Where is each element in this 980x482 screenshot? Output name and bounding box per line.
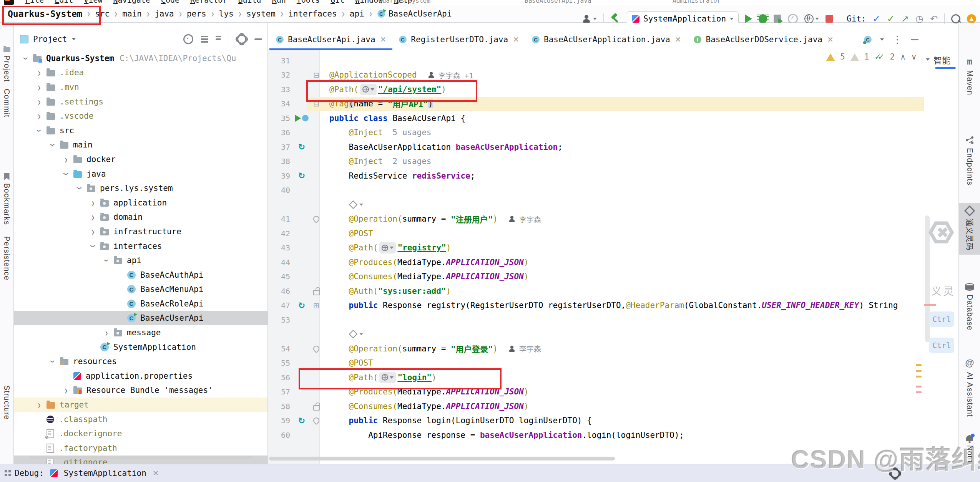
chevron-down-icon[interactable]: ›	[35, 126, 43, 135]
code-line[interactable]: 45 @Consumes(MediaType.APPLICATION_JSON)	[268, 270, 924, 284]
right-rail-item-ai-assistant[interactable]: @AI Assistant	[959, 354, 980, 421]
ide-update-icon[interactable]: ▲	[967, 14, 976, 23]
scroll-to-class-icon[interactable]: C	[864, 36, 872, 43]
git-history-button[interactable]: ◷	[915, 14, 924, 23]
menu-edit[interactable]: Edit	[55, 0, 73, 5]
path-inlay-hint[interactable]	[379, 242, 396, 253]
fold-expand-icon[interactable]: ⊞	[313, 301, 319, 310]
chevron-right-icon[interactable]: ›	[102, 328, 111, 337]
hide-panel-icon[interactable]	[254, 38, 262, 40]
right-rail-item-database[interactable]: Database	[959, 279, 980, 335]
git-push-button[interactable]: ↗	[901, 14, 909, 23]
breadcrumb-lys[interactable]: lys	[217, 8, 236, 19]
code-line[interactable]: 44 @Produces(MediaType.APPLICATION_JSON)	[268, 255, 924, 270]
tree-item-message[interactable]: ›message	[14, 325, 267, 340]
tab-baseacuserapplication-java[interactable]: CBaseAcUserApplication.java✕	[525, 29, 688, 50]
tree-item-settings[interactable]: ›.settings	[14, 94, 267, 109]
tree-item-target[interactable]: ›target	[14, 398, 267, 412]
search-everywhere-button[interactable]	[951, 14, 960, 23]
close-icon[interactable]: ✕	[513, 35, 519, 44]
right-rail-item-endpoints[interactable]: Endpoints	[959, 133, 980, 189]
tree-item-systemapplication[interactable]: CSystemApplication	[14, 340, 267, 354]
project-panel-title[interactable]: Project	[33, 35, 67, 44]
run-gutter-icon[interactable]	[295, 115, 301, 122]
git-commit-button[interactable]: ✓	[887, 14, 895, 23]
kebab-menu-icon[interactable]: ⋮	[892, 34, 902, 45]
gear-icon[interactable]	[237, 34, 247, 44]
more-run-options-button[interactable]	[804, 14, 819, 23]
git-rollback-button[interactable]: ↶	[930, 14, 938, 23]
code-line[interactable]: 38 @Inject 2 usages	[268, 154, 924, 169]
right-rail-item-maven[interactable]: mMaven	[959, 53, 980, 99]
tree-horizontal-scrollbar[interactable]	[29, 456, 252, 459]
code-line[interactable]: 47↻⊞ public Response registry(RegisterUs…	[268, 298, 924, 313]
tree-item-dockerignore[interactable]: .dockerignore	[14, 426, 267, 441]
code-line[interactable]: 39↻ RedisService redisService;	[268, 169, 924, 183]
chevron-down-icon[interactable]: ›	[48, 357, 57, 366]
breadcrumb-api[interactable]: api	[347, 8, 367, 19]
left-rail-item-bookmarks[interactable]: Bookmarks	[0, 173, 13, 225]
chevron-down-icon[interactable]	[359, 204, 363, 206]
code-line[interactable]: 46 @Auth("sys:user:add")	[268, 284, 924, 298]
breadcrumb-main[interactable]: main	[120, 8, 144, 19]
stop-button[interactable]	[826, 15, 833, 23]
chevron-down-icon[interactable]	[880, 38, 884, 41]
tab-registeruserdto-java[interactable]: CRegisterUserDTO.java✕	[392, 29, 525, 50]
code-line[interactable]: 37↻ BaseAcUserApplication baseAcUserAppl…	[268, 140, 924, 154]
tab-baseacuserdoservice-java[interactable]: IBaseAcUserDOService.java✕	[687, 29, 839, 50]
expand-all-icon[interactable]	[201, 38, 208, 40]
menu-build[interactable]: Build	[238, 0, 261, 5]
code-line[interactable]: 31	[268, 53, 924, 68]
code-line[interactable]: 36 @Inject 5 usages	[268, 126, 924, 140]
debug-button[interactable]	[759, 14, 767, 23]
code-line[interactable]: 40	[268, 183, 924, 198]
next-problem-icon[interactable]: ∨	[911, 52, 917, 61]
chevron-down-icon[interactable]: ›	[22, 54, 30, 63]
tree-item-java[interactable]: ›java	[14, 167, 267, 181]
code-line[interactable]: 35public class BaseAcUserApi {	[268, 111, 924, 126]
chevron-down-icon[interactable]: ›	[62, 169, 70, 179]
tree-item-baseacuserapi[interactable]: CBaseAcUserApi	[14, 311, 267, 326]
chevron-down-icon[interactable]: ›	[48, 140, 57, 149]
close-icon[interactable]: ✕	[827, 35, 834, 44]
close-icon[interactable]: ✕	[675, 35, 681, 44]
breadcrumb-pers[interactable]: pers	[184, 8, 209, 19]
chevron-down-icon[interactable]	[359, 333, 363, 335]
left-rail-item-commit[interactable]: Commit	[0, 89, 13, 118]
chevron-right-icon[interactable]: ›	[35, 83, 43, 92]
chevron-right-icon[interactable]: ›	[35, 68, 43, 77]
menu-run[interactable]: Run	[272, 0, 286, 5]
code-editor[interactable]: 3132⊟@ApplicationScoped李宇森 +133@Path("/a…	[268, 50, 924, 464]
run-button[interactable]	[745, 15, 752, 23]
tree-item-infrastructure[interactable]: ›infrastructure	[14, 224, 267, 239]
tree-item-classpath[interactable]: .classpath	[14, 412, 267, 427]
tree-item-src[interactable]: ›src	[14, 123, 267, 138]
code-line[interactable]: 43 @Path("registry")	[268, 241, 924, 255]
menu-view[interactable]: View	[84, 0, 102, 5]
editor-horizontal-scrollbar[interactable]	[269, 457, 615, 460]
menu-git[interactable]: Git	[331, 0, 344, 5]
chevron-right-icon[interactable]: ›	[89, 212, 97, 222]
run-with-coverage-button[interactable]	[774, 15, 781, 23]
code-line[interactable]: 53	[268, 313, 924, 327]
tab-baseacuserapi-java[interactable]: CBaseAcUserApi.java✕	[269, 29, 392, 50]
left-rail-item-project[interactable]: Project	[0, 47, 13, 82]
fold-collapse-icon[interactable]: ⊟	[313, 71, 319, 79]
menu-file[interactable]: File	[25, 0, 44, 5]
class-marker-icon[interactable]	[302, 115, 309, 121]
chevron-right-icon[interactable]: ›	[35, 400, 43, 409]
injection-point-icon[interactable]: ↻	[298, 171, 305, 181]
breadcrumb-system[interactable]: system	[244, 8, 278, 19]
tree-item-baseacmenuapi[interactable]: CBaseAcMenuApi	[14, 282, 267, 297]
ai-suggestion-icon[interactable]	[349, 330, 358, 339]
tree-item-baseacroleapi[interactable]: CBaseAcRoleApi	[14, 296, 267, 311]
locate-file-icon[interactable]	[183, 34, 193, 44]
endpoint-gutter-icon[interactable]: ↻	[298, 301, 305, 310]
inspections-widget[interactable]: 5 1 ✓✓2 ∧ ∨	[826, 52, 917, 61]
code-line[interactable]: 58 @Consumes(MediaType.APPLICATION_JSON)	[268, 399, 924, 414]
tree-item-quarkus-system[interactable]: ›Quarkus-SystemC:\JAVA\IDEA\Projects\Qu	[14, 51, 267, 66]
tree-item-interfaces[interactable]: ›interfaces	[14, 239, 267, 253]
close-icon[interactable]: ✕	[153, 469, 159, 478]
endpoint-gutter-icon[interactable]: ↻	[298, 416, 305, 426]
chevron-right-icon[interactable]: ›	[89, 198, 97, 207]
